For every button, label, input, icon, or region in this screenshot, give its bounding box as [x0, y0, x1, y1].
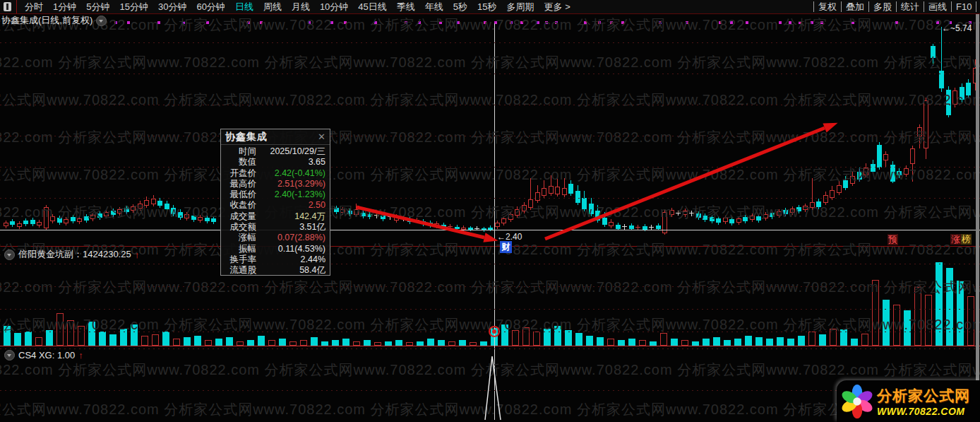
popup-row-成交额: 成交额3.51亿	[224, 222, 325, 233]
menu-item-分时[interactable]: 分时	[20, 1, 48, 13]
menu-item-1分钟[interactable]: 1分钟	[48, 1, 81, 13]
menu-item-15秒[interactable]: 15秒	[472, 1, 501, 13]
volume-bar	[279, 339, 286, 346]
volume-bar	[417, 341, 424, 346]
candle	[555, 187, 560, 194]
volume-bar	[671, 339, 678, 346]
popup-row-振幅: 振幅0.11(4.53%)	[224, 244, 325, 254]
field-label: 换手率	[224, 254, 256, 265]
volume-bar	[618, 340, 625, 346]
field-value: 3.65	[309, 157, 325, 168]
gridline	[0, 348, 980, 349]
menu-item-日线[interactable]: 日线	[230, 1, 258, 13]
chevron-down-icon[interactable]	[96, 16, 107, 26]
zhang-char: 涨	[950, 234, 961, 245]
candle	[17, 223, 22, 227]
field-value: 2.51(3.29%)	[277, 179, 325, 189]
menu-item-15分钟[interactable]: 15分钟	[114, 1, 153, 13]
volume-bar	[777, 337, 784, 346]
menu-item-标记[interactable]: 标记	[976, 1, 980, 12]
logo-site-text: 分析家公式网	[877, 386, 970, 406]
up-arrow-icon: ↑	[78, 350, 83, 361]
zhangbang-signal-badge: 涨榜	[950, 234, 972, 245]
candle-doji-tick	[448, 226, 453, 227]
watermark-row: 分析家公式网www.70822.com 分析家公式网www.70822.com …	[0, 400, 980, 419]
up-arrow-icon: ↑	[135, 250, 140, 260]
candle	[428, 223, 433, 225]
field-label: 开盘价	[224, 168, 256, 179]
popup-title-bar[interactable]: 协鑫集成 ✕	[221, 129, 330, 145]
quote-info-popup: 协鑫集成 ✕ 时间2025/10/29/三数值3.65开盘价2.42(-0.41…	[220, 129, 330, 276]
candle-doji-tick	[474, 228, 479, 229]
flower-center	[853, 397, 861, 405]
watermark-row: 分析家公式网www.70822.com 分析家公式网www.70822.com …	[0, 203, 980, 222]
candle	[823, 195, 828, 203]
volume-bar	[226, 337, 233, 346]
watermark-row: 分析家公式网www.70822.com 分析家公式网www.70822.com …	[0, 240, 980, 259]
pane3-label-row: CS4 XG: 1.00 ↑	[4, 350, 83, 361]
field-label: 成交额	[224, 222, 256, 233]
popup-row-换手率: 换手率2.44%	[224, 254, 325, 265]
menu-item-多股[interactable]: 多股	[868, 1, 896, 12]
watermark-row: 分析家公式网www.70822.com 分析家公式网www.70822.com …	[0, 278, 980, 297]
menu-item-周线[interactable]: 周线	[258, 1, 287, 13]
menu-item-季线[interactable]: 季线	[392, 1, 420, 13]
menu-item-30分钟[interactable]: 30分钟	[153, 1, 191, 13]
popup-row-最低价: 最低价2.40(-1.23%)	[224, 189, 325, 200]
volume-bar	[342, 339, 349, 346]
pane3-indicator-label: CS4 XG: 1.00	[18, 350, 75, 361]
volume-bar	[205, 340, 212, 346]
window-icon[interactable]	[4, 2, 11, 11]
menu-item-60分钟[interactable]: 60分钟	[191, 1, 229, 13]
volume-bar	[406, 342, 413, 346]
volume-bar	[703, 339, 710, 346]
menu-item-F10[interactable]: F10	[951, 1, 976, 12]
menu-item-10分钟[interactable]: 10分钟	[315, 1, 353, 13]
menu-item-5秒[interactable]: 5秒	[448, 1, 472, 13]
volume-bar	[819, 334, 826, 346]
popup-row-成交量: 成交量142.4万	[224, 211, 325, 222]
volume-bar	[427, 339, 434, 346]
volume-bar	[681, 340, 688, 346]
field-label: 涨幅	[224, 233, 256, 243]
menu-item-叠加[interactable]: 叠加	[841, 1, 868, 12]
popup-row-时间: 时间2025/10/29/三	[224, 146, 325, 157]
watermark-row: 分析家公式网www.70822.com 分析家公式网www.70822.com …	[0, 165, 980, 184]
watermark-row: 分析家公式网www.70822.com 分析家公式网www.70822.com …	[0, 361, 980, 380]
volume-bar	[184, 337, 191, 346]
candle	[495, 223, 500, 227]
tools-menu: 复权叠加多股统计画线F10标记	[813, 0, 980, 13]
menu-item-多周期[interactable]: 多周期	[502, 1, 539, 13]
volume-bar	[766, 339, 773, 346]
volume-bar	[650, 341, 657, 346]
candle	[549, 186, 554, 194]
gridline	[0, 167, 980, 168]
menu-item-年线[interactable]: 年线	[420, 1, 448, 13]
popup-field-list: 时间2025/10/29/三数值3.65开盘价2.42(-0.41%)最高价2.…	[221, 145, 330, 276]
site-logo: 分析家公式网 WWW.70822.COM	[837, 380, 980, 422]
menu-item-画线[interactable]: 画线	[924, 1, 951, 12]
volume-bar	[14, 333, 21, 346]
top-menu-bar: 分时1分钟5分钟15分钟30分钟60分钟日线周线月线10分钟45日线季线年线5秒…	[0, 0, 980, 14]
popup-row-最高价: 最高价2.51(3.29%)	[224, 179, 325, 189]
candle-doji-tick	[649, 227, 654, 228]
chevron-down-icon[interactable]	[4, 350, 15, 361]
candle	[4, 223, 8, 226]
candle	[616, 225, 621, 229]
chevron-down-icon[interactable]	[4, 250, 15, 260]
menu-item-统计[interactable]: 统计	[896, 1, 924, 12]
menu-item-月线[interactable]: 月线	[287, 1, 315, 13]
menu-item-复权[interactable]: 复权	[813, 1, 841, 12]
volume-bar	[311, 337, 318, 346]
close-icon[interactable]: ✕	[318, 131, 325, 142]
popup-row-数值: 数值3.65	[224, 157, 325, 168]
price-level-line	[0, 230, 980, 230]
menu-item-5分钟[interactable]: 5分钟	[81, 1, 114, 13]
vertical-scrollbar[interactable]	[976, 13, 979, 422]
volume-bar	[734, 339, 741, 346]
volume-bar	[660, 333, 667, 346]
bang-char: 榜	[961, 234, 972, 245]
menu-item-更多 >[interactable]: 更多 >	[539, 1, 575, 13]
popup-row-开盘价: 开盘价2.42(-0.41%)	[224, 168, 325, 179]
menu-item-45日线[interactable]: 45日线	[353, 1, 391, 13]
